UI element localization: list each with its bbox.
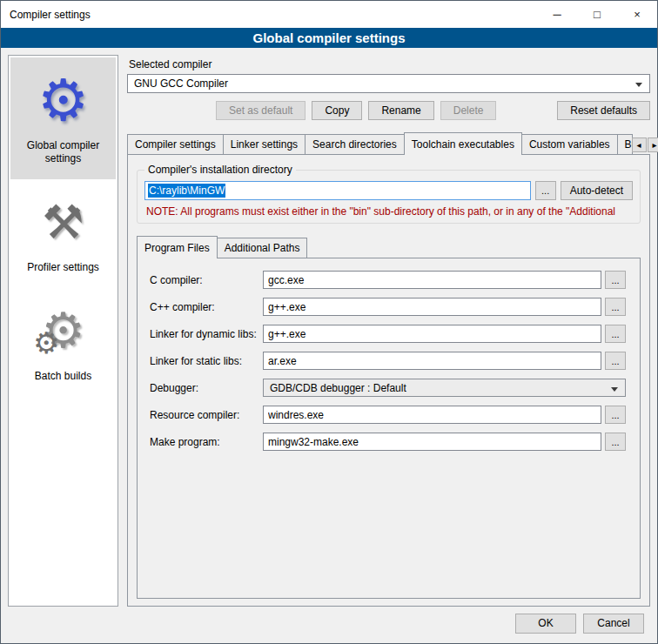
settings-tab-strip: Compiler settings Linker settings Search…: [127, 132, 650, 154]
maximize-button[interactable]: □: [577, 1, 617, 28]
dialog-footer: OK Cancel: [1, 610, 657, 643]
dynamic-linker-label: Linker for dynamic libs:: [150, 328, 263, 340]
reset-defaults-button[interactable]: Reset defaults: [557, 101, 650, 120]
auto-detect-button[interactable]: Auto-detect: [561, 181, 633, 200]
static-linker-browse-button[interactable]: ...: [605, 352, 626, 370]
c-compiler-label: C compiler:: [150, 274, 263, 286]
tab-search-directories[interactable]: Search directories: [305, 134, 405, 154]
tab-scrollers: ◂ ▸: [632, 138, 658, 154]
c-compiler-input[interactable]: [263, 271, 601, 289]
copy-button[interactable]: Copy: [312, 101, 362, 120]
minimize-button[interactable]: ─: [537, 1, 577, 28]
field-row-static-linker: Linker for static libs: ...: [150, 352, 626, 370]
field-row-dynamic-linker: Linker for dynamic libs: ...: [150, 325, 626, 343]
cpp-compiler-browse-button[interactable]: ...: [605, 298, 626, 316]
field-row-debugger: Debugger: GDB/CDB debugger : Default: [150, 379, 626, 397]
tab-program-files[interactable]: Program Files: [137, 236, 218, 258]
debugger-dropdown[interactable]: GDB/CDB debugger : Default: [263, 379, 626, 397]
dialog-header: Global compiler settings: [1, 28, 657, 48]
tab-build-options[interactable]: Build: [617, 134, 633, 154]
sidebar-item-label: Batch builds: [35, 370, 91, 383]
installation-directory-group-label: Compiler's installation directory: [144, 164, 296, 176]
arrow-left-icon: ◂: [637, 140, 641, 150]
dynamic-linker-input[interactable]: [263, 325, 601, 343]
tab-linker-settings[interactable]: Linker settings: [223, 134, 306, 154]
arrow-right-icon: ▸: [653, 140, 657, 150]
sidebar-item-profiler-settings[interactable]: ⚒ Profiler settings: [10, 179, 116, 288]
cpp-compiler-input[interactable]: [263, 298, 601, 316]
compiler-settings-dialog: Compiler settings ─ □ × Global compiler …: [0, 0, 658, 644]
selected-compiler-dropdown[interactable]: GNU GCC Compiler: [127, 74, 650, 93]
delete-button: Delete: [440, 101, 497, 120]
field-row-c-compiler: C compiler: ...: [150, 271, 626, 289]
installation-directory-row: C:\raylib\MinGW ... Auto-detect: [144, 181, 633, 200]
debugger-label: Debugger:: [150, 382, 263, 394]
sidebar-item-label: Global compiler settings: [12, 139, 114, 165]
tab-scroll-right-button[interactable]: ▸: [648, 138, 658, 152]
sidebar-icon-wrap: ⚙ ⚙: [12, 297, 114, 365]
toolchain-executables-panel: Compiler's installation directory C:\ray…: [127, 154, 650, 607]
static-linker-label: Linker for static libs:: [150, 355, 263, 367]
installation-directory-value: C:\raylib\MinGW: [148, 184, 225, 198]
sidebar-item-global-compiler-settings[interactable]: ⚙ Global compiler settings: [10, 57, 116, 179]
gear-icon: ⚙: [37, 71, 89, 129]
sidebar-icon-wrap: ⚙: [12, 66, 114, 134]
selected-compiler-value: GNU GCC Compiler: [134, 77, 228, 90]
tools-icon: ⚒: [42, 198, 84, 245]
sidebar-item-batch-builds[interactable]: ⚙ ⚙ Batch builds: [10, 288, 116, 397]
compiler-actions-row: Set as default Copy Rename Delete Reset …: [127, 101, 650, 120]
bin-subdirectory-note: NOTE: All programs must exist either in …: [146, 205, 633, 218]
selected-compiler-label: Selected compiler: [129, 58, 650, 70]
chevron-down-icon: [611, 387, 618, 392]
sidebar-icon-wrap: ⚒: [12, 188, 114, 256]
make-program-browse-button[interactable]: ...: [605, 433, 626, 451]
tab-compiler-settings[interactable]: Compiler settings: [127, 134, 224, 154]
debugger-value: GDB/CDB debugger : Default: [270, 382, 406, 394]
minimize-icon: ─: [553, 8, 561, 21]
field-row-resource-compiler: Resource compiler: ...: [150, 406, 626, 424]
gear-small-icon: ⚙: [33, 328, 59, 358]
resource-compiler-browse-button[interactable]: ...: [605, 406, 626, 424]
dialog-body: ⚙ Global compiler settings ⚒ Profiler se…: [1, 48, 657, 610]
field-row-make-program: Make program: ...: [150, 433, 626, 451]
tab-scroll-left-button[interactable]: ◂: [632, 138, 647, 152]
cancel-button[interactable]: Cancel: [583, 614, 644, 634]
resource-compiler-label: Resource compiler:: [150, 409, 263, 421]
make-program-input[interactable]: [263, 433, 601, 451]
sidebar-item-label: Profiler settings: [27, 261, 99, 274]
make-program-label: Make program:: [150, 436, 263, 448]
program-tab-strip: Program Files Additional Paths: [137, 236, 641, 258]
titlebar[interactable]: Compiler settings ─ □ ×: [1, 1, 657, 28]
program-files-panel: C compiler: ... C++ compiler: ... Linker…: [137, 258, 641, 599]
close-icon: ×: [634, 8, 641, 21]
tab-custom-variables[interactable]: Custom variables: [521, 134, 618, 154]
chevron-down-icon: [635, 83, 642, 87]
tab-toolchain-executables[interactable]: Toolchain executables: [404, 132, 522, 155]
cpp-compiler-label: C++ compiler:: [150, 301, 263, 313]
installation-directory-input[interactable]: C:\raylib\MinGW: [144, 181, 531, 200]
close-button[interactable]: ×: [617, 1, 657, 28]
settings-sidebar: ⚙ Global compiler settings ⚒ Profiler se…: [8, 55, 118, 607]
field-row-cpp-compiler: C++ compiler: ...: [150, 298, 626, 316]
installation-directory-group: Compiler's installation directory C:\ray…: [137, 164, 641, 224]
set-as-default-button: Set as default: [216, 101, 306, 120]
maximize-icon: □: [594, 8, 601, 21]
resource-compiler-input[interactable]: [263, 406, 601, 424]
titlebar-buttons: ─ □ ×: [537, 1, 657, 28]
main-panel: Selected compiler GNU GCC Compiler Set a…: [127, 55, 650, 607]
dynamic-linker-browse-button[interactable]: ...: [605, 325, 626, 343]
static-linker-input[interactable]: [263, 352, 601, 370]
rename-button[interactable]: Rename: [368, 101, 433, 120]
c-compiler-browse-button[interactable]: ...: [605, 271, 626, 289]
tab-additional-paths[interactable]: Additional Paths: [217, 238, 308, 258]
window-title: Compiler settings: [1, 9, 91, 21]
ok-button[interactable]: OK: [515, 614, 576, 634]
installation-directory-browse-button[interactable]: ...: [535, 181, 556, 200]
